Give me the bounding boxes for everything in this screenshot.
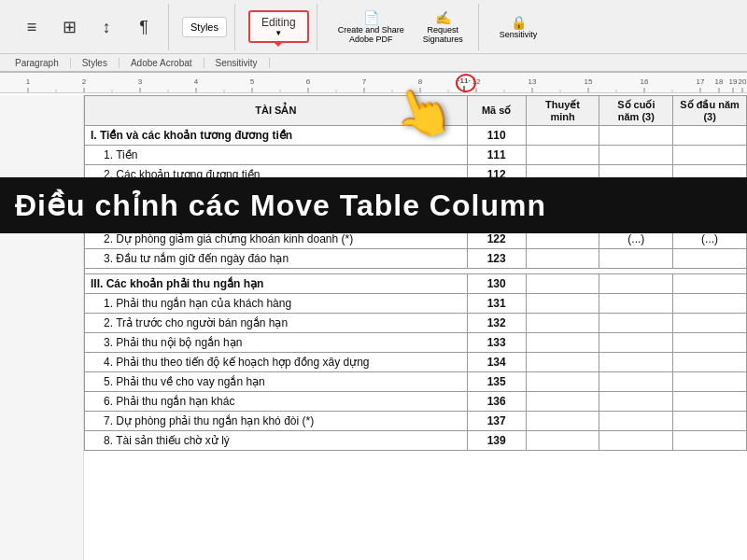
cell-ma: 134 (467, 353, 526, 372)
cell-sodau (673, 431, 747, 451)
cell-sodau (673, 126, 747, 146)
cell-thuyet (526, 333, 599, 353)
svg-text:17: 17 (697, 77, 705, 86)
cell-sodau (673, 274, 747, 294)
styles-label: Styles (190, 21, 218, 33)
svg-text:15: 15 (585, 77, 593, 86)
table-row: 7. Dự phòng phải thu ngắn hạn khó đòi (*… (85, 412, 747, 431)
request-sig-label: RequestSignatures (423, 25, 463, 44)
create-share-label: Create and ShareAdobe PDF (338, 25, 404, 44)
cell-sodau (673, 294, 747, 314)
svg-text:18: 18 (715, 77, 724, 86)
cell-socuoi (599, 314, 673, 333)
svg-text:13: 13 (529, 77, 537, 86)
svg-text:8: 8 (418, 77, 423, 86)
cell-thuyet (526, 126, 599, 146)
table-body: I. Tiền và các khoản tương đương tiền 11… (85, 126, 747, 451)
cell-socuoi (599, 249, 673, 269)
editing-label: Editing (261, 16, 296, 29)
cell-thuyet (526, 412, 599, 431)
adobe-pdf-icon: 📄 (363, 10, 379, 25)
cell-asset: III. Các khoản phải thu ngắn hạn (85, 274, 468, 294)
cell-asset: 2. Trả trước cho người bán ngắn hạn (85, 314, 468, 333)
cell-socuoi (599, 431, 673, 451)
cell-ma: 133 (467, 333, 526, 353)
document-content: TÀI SẢN Mã số Thuyết minh Số cuối năm (3… (0, 95, 747, 560)
align-btn[interactable]: ≡ (15, 16, 49, 38)
cell-sodau (673, 372, 747, 392)
cell-asset: 6. Phải thu ngắn hạn khác (85, 392, 468, 412)
table-row: 3. Phải thu nội bộ ngắn hạn 133 (85, 333, 747, 353)
cell-thuyet (526, 146, 599, 165)
cell-sodau (673, 249, 747, 269)
table-row: 1. Phải thu ngắn hạn của khách hàng 131 (85, 294, 747, 314)
table-row: 3. Đầu tư nắm giữ đến ngày đáo hạn 123 (85, 249, 747, 269)
spacing-icon: ↕ (103, 19, 111, 35)
cell-asset: 5. Phải thu về cho vay ngắn hạn (85, 372, 468, 392)
svg-text:20: 20 (739, 77, 747, 86)
table-row: I. Tiền và các khoản tương đương tiền 11… (85, 126, 747, 146)
editing-button[interactable]: Editing ▼ (248, 10, 309, 43)
cell-asset: 7. Dự phòng phải thu ngắn hạn khó đòi (*… (85, 412, 468, 431)
pilcrow-btn[interactable]: ¶ (127, 16, 161, 38)
banner-text: Điều chỉnh các Move Table Column (15, 188, 546, 223)
paragraph-section-label: Paragraph (4, 58, 71, 68)
cell-ma: 136 (467, 392, 526, 412)
cell-ma: 139 (467, 431, 526, 451)
cell-socuoi (599, 333, 673, 353)
svg-text:19: 19 (729, 77, 738, 86)
svg-text:5: 5 (250, 77, 255, 86)
styles-button[interactable]: Styles (182, 17, 227, 37)
cell-socuoi (599, 372, 673, 392)
paragraph-group: ≡ ⊞ ↕ ¶ (7, 4, 169, 50)
adobe-group: 📄 Create and ShareAdobe PDF ✍ RequestSig… (323, 4, 479, 50)
indent-btn[interactable]: ⊞ (52, 16, 86, 38)
page-margin (0, 95, 84, 560)
cell-ma: 111 (467, 146, 526, 165)
svg-text:2: 2 (82, 77, 87, 86)
cell-asset: 4. Phải thu theo tiến độ kế hoạch hợp đồ… (85, 353, 468, 372)
header-thuyet: Thuyết minh (526, 96, 599, 126)
tutorial-banner: Điều chỉnh các Move Table Column (0, 177, 747, 233)
ruler-svg: 1 2 3 4 5 6 7 8 ·11· 12 (0, 73, 747, 93)
section-labels-row: Paragraph Styles Adobe Acrobat Sensitivi… (0, 54, 747, 73)
styles-group: Styles (175, 4, 235, 50)
financial-table: TÀI SẢN Mã số Thuyết minh Số cuối năm (3… (84, 95, 747, 451)
cell-asset: 3. Phải thu nội bộ ngắn hạn (85, 333, 468, 353)
table-row: 2. Trả trước cho người bán ngắn hạn 132 (85, 314, 747, 333)
cell-thuyet (526, 392, 599, 412)
cell-asset: 8. Tài sản thiếu chờ xử lý (85, 431, 468, 451)
svg-text:7: 7 (362, 77, 367, 86)
cell-socuoi (599, 294, 673, 314)
cell-socuoi (599, 274, 673, 294)
sensitivity-group: 🔒 Sensitivity (485, 4, 553, 50)
table-wrapper: TÀI SẢN Mã số Thuyết minh Số cuối năm (3… (84, 95, 747, 451)
create-share-button[interactable]: 📄 Create and ShareAdobe PDF (331, 7, 412, 48)
cell-ma: 131 (467, 294, 526, 314)
svg-text:3: 3 (138, 77, 143, 86)
cell-socuoi (599, 146, 673, 165)
cell-socuoi (599, 126, 673, 146)
cell-ma: 137 (467, 412, 526, 431)
cell-thuyet (526, 372, 599, 392)
editing-group: Editing ▼ (241, 4, 317, 50)
cell-ma: 123 (467, 249, 526, 269)
table-row: III. Các khoản phải thu ngắn hạn 130 (85, 274, 747, 294)
svg-text:16: 16 (641, 77, 649, 86)
cell-socuoi (599, 412, 673, 431)
table-header-row: TÀI SẢN Mã số Thuyết minh Số cuối năm (3… (85, 96, 747, 126)
cell-asset: I. Tiền và các khoản tương đương tiền (85, 126, 468, 146)
ruler[interactable]: 1 2 3 4 5 6 7 8 ·11· 12 (0, 73, 747, 93)
dropdown-icon: ▼ (275, 29, 282, 37)
header-socuoi: Số cuối năm (3) (599, 96, 673, 126)
sensitivity-button[interactable]: 🔒 Sensitivity (492, 11, 545, 43)
request-sig-button[interactable]: ✍ RequestSignatures (416, 7, 471, 48)
svg-text:4: 4 (194, 77, 199, 86)
spacing-btn[interactable]: ↕ (90, 16, 123, 38)
cell-thuyet (526, 431, 599, 451)
svg-text:1: 1 (26, 77, 31, 86)
cell-sodau (673, 333, 747, 353)
cell-ma: 110 (467, 126, 526, 146)
sensitivity-icon: 🔒 (511, 15, 527, 30)
header-sodau: Số đầu năm (3) (673, 96, 747, 126)
